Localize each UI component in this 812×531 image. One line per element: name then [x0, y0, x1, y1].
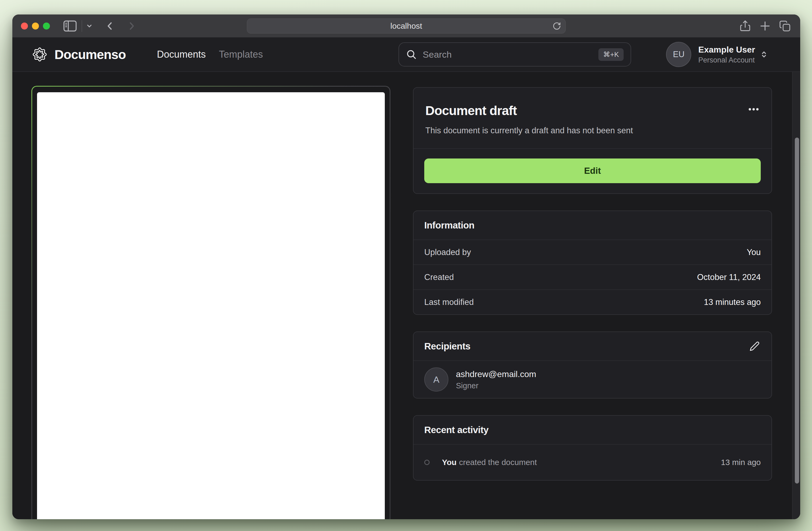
- activity-action: created the document: [459, 458, 537, 467]
- information-card: Information Uploaded by You Created Octo…: [413, 210, 772, 315]
- new-tab-icon[interactable]: [759, 20, 771, 32]
- document-draft-card: Document draft This document is currentl…: [413, 87, 772, 194]
- more-icon[interactable]: [748, 103, 760, 115]
- draft-card-actions: Edit: [414, 148, 771, 193]
- main-nav: Documents Templates: [157, 49, 263, 60]
- document-side-panel: Document draft This document is currentl…: [413, 87, 772, 481]
- nav-documents[interactable]: Documents: [157, 49, 206, 60]
- user-account-type: Personal Account: [698, 56, 755, 64]
- recipient-avatar: A: [424, 367, 448, 392]
- search-input[interactable]: Search ⌘+K: [398, 42, 631, 67]
- draft-card-title: Document draft: [425, 103, 517, 118]
- info-label: Created: [424, 272, 454, 282]
- app-header: Documenso Documents Templates Search ⌘+K…: [12, 38, 800, 72]
- reload-icon[interactable]: [552, 22, 561, 30]
- info-value: You: [747, 248, 761, 257]
- recipients-card-title: Recipients: [424, 340, 470, 352]
- documenso-logo-icon: [32, 47, 47, 62]
- information-card-title: Information: [424, 219, 475, 232]
- sidebar-icon[interactable]: [63, 20, 77, 32]
- user-name: Example User: [698, 45, 755, 55]
- info-label: Uploaded by: [424, 248, 471, 257]
- app-body: Document draft This document is currentl…: [12, 72, 800, 519]
- edit-button[interactable]: Edit: [424, 159, 761, 183]
- recipient-row: A ashdrew@email.com Signer: [414, 361, 771, 398]
- share-icon[interactable]: [739, 20, 751, 32]
- zoom-button[interactable]: [43, 23, 50, 29]
- recipient-email: ashdrew@email.com: [456, 369, 536, 380]
- window-controls: [21, 23, 50, 29]
- activity-time: 13 min ago: [721, 458, 761, 467]
- info-row-created: Created October 11, 2024: [414, 264, 771, 289]
- search-placeholder: Search: [423, 49, 452, 60]
- document-preview-inner: [32, 87, 390, 519]
- recipient-role: Signer: [456, 381, 536, 390]
- info-value: 13 minutes ago: [704, 297, 761, 307]
- recent-activity-card-title: Recent activity: [424, 424, 489, 436]
- documenso-app: Documenso Documents Templates Search ⌘+K…: [12, 38, 800, 519]
- scrollbar-thumb[interactable]: [795, 137, 799, 484]
- activity-ring-icon: [424, 460, 430, 465]
- activity-actor: You: [442, 458, 456, 467]
- draft-card-head: Document draft This document is currentl…: [414, 88, 771, 148]
- url-text: localhost: [390, 21, 422, 31]
- search-shortcut-badge: ⌘+K: [598, 48, 624, 61]
- document-page: [37, 92, 385, 519]
- toolbar-right: [739, 20, 792, 32]
- document-preview-frame: [31, 86, 390, 519]
- info-row-uploaded-by: Uploaded by You: [414, 239, 771, 264]
- user-meta: Example User Personal Account: [698, 45, 755, 64]
- minimize-button[interactable]: [32, 23, 39, 29]
- toolbar-separator: [82, 20, 82, 32]
- chevrons-up-down-icon: [759, 50, 769, 59]
- info-value: October 11, 2024: [697, 272, 761, 282]
- edit-pencil-icon[interactable]: [749, 340, 761, 352]
- recipients-card: Recipients A ashdrew@emai: [413, 331, 772, 399]
- activity-row: Youcreated the document 13 min ago: [414, 445, 771, 480]
- back-icon[interactable]: [105, 21, 115, 31]
- brand-name: Documenso: [55, 47, 126, 62]
- info-row-last-modified: Last modified 13 minutes ago: [414, 289, 771, 314]
- nav-templates[interactable]: Templates: [219, 49, 263, 60]
- recent-activity-card: Recent activity Youcreated the document …: [413, 415, 772, 481]
- tab-overview-icon[interactable]: [779, 20, 791, 32]
- close-button[interactable]: [21, 23, 28, 29]
- draft-card-subtitle: This document is currently a draft and h…: [425, 125, 760, 136]
- desktop-background: localhost: [0, 0, 812, 531]
- search-icon: [406, 49, 417, 60]
- avatar: EU: [666, 42, 691, 67]
- forward-icon[interactable]: [126, 21, 137, 31]
- brand[interactable]: Documenso: [32, 47, 126, 62]
- url-bar[interactable]: localhost: [247, 18, 566, 33]
- user-menu[interactable]: EU Example User Personal Account: [666, 42, 769, 67]
- sidebar-chevron-down-icon[interactable]: [86, 23, 93, 29]
- browser-toolbar: localhost: [12, 14, 800, 38]
- info-label: Last modified: [424, 297, 474, 307]
- browser-window: localhost: [12, 14, 800, 519]
